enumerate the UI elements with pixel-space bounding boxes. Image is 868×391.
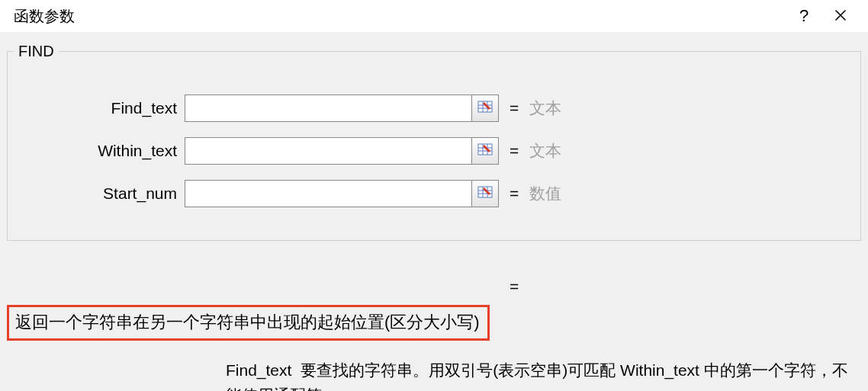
find-text-input[interactable] — [185, 95, 471, 122]
param-input-wrap — [185, 180, 499, 207]
refedit-icon — [477, 142, 493, 160]
param-label: Within_text — [8, 142, 185, 160]
param-input-wrap — [185, 95, 499, 122]
dialog-title: 函数参数 — [14, 6, 75, 27]
equals-sign: = — [510, 142, 519, 160]
window-controls: ? — [786, 0, 859, 32]
function-group-legend: FIND — [14, 43, 59, 60]
param-label: Find_text — [8, 99, 185, 117]
dialog-titlebar: 函数参数 ? — [0, 0, 868, 32]
param-row-start-num: Start_num — [8, 179, 860, 208]
argument-description: Find_text 要查找的字符串。用双引号(表示空串)可匹配 Within_t… — [226, 358, 850, 391]
equals-sign: = — [510, 184, 519, 203]
refedit-icon — [477, 184, 493, 203]
param-rows: Find_text — [8, 94, 860, 208]
function-description: 返回一个字符串在另一个字符串中出现的起始位置(区分大小写) — [7, 305, 490, 341]
argument-name: Find_text — [226, 358, 291, 383]
refedit-button[interactable] — [471, 137, 499, 165]
within-text-input[interactable] — [185, 137, 471, 165]
start-num-input[interactable] — [185, 180, 471, 207]
refedit-button[interactable] — [471, 95, 499, 122]
param-type-value: 文本 — [529, 98, 561, 119]
refedit-icon — [477, 99, 493, 117]
argument-text: 要查找的字符串。用双引号(表示空串)可匹配 Within_text 中的第一个字… — [226, 361, 848, 391]
param-input-wrap — [185, 137, 499, 165]
equals-sign: = — [510, 99, 519, 117]
param-row-find-text: Find_text — [8, 94, 860, 123]
function-group: FIND Find_text — [7, 43, 861, 241]
help-icon: ? — [799, 6, 809, 26]
param-label: Start_num — [8, 184, 185, 203]
param-row-within-text: Within_text — [8, 136, 860, 165]
close-icon — [834, 6, 847, 26]
help-button[interactable]: ? — [786, 0, 822, 32]
param-type-value: 文本 — [529, 140, 561, 162]
param-type-value: 数值 — [529, 183, 561, 204]
dialog-content: FIND Find_text — [0, 32, 868, 391]
refedit-button[interactable] — [471, 180, 499, 207]
close-button[interactable] — [822, 0, 859, 32]
result-equals: = — [510, 277, 519, 296]
